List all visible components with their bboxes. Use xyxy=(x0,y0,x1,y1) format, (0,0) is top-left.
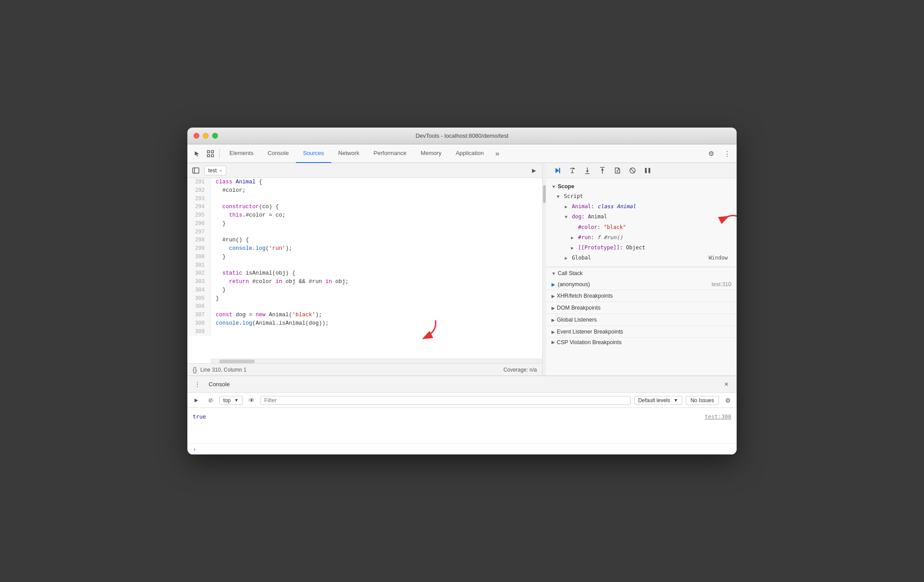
code-line-302: 302 static isAnimal(obj) { xyxy=(187,269,542,278)
more-tabs-button[interactable]: » xyxy=(492,150,503,158)
format-icon[interactable]: {} xyxy=(193,366,197,373)
titlebar: DevTools - localhost:8080/demo/test xyxy=(187,128,737,144)
global-value: Window xyxy=(709,254,731,262)
dog-properties: #color: "black" ▶ #run: f #run() ▶ [[Pro… xyxy=(563,222,731,253)
animal-arrow[interactable]: ▶ xyxy=(565,203,570,210)
code-line-296: 296 } xyxy=(187,220,542,228)
sources-sub-toolbar: test × ▶ xyxy=(187,163,542,178)
tab-application[interactable]: Application xyxy=(449,144,491,163)
inspect-icon[interactable] xyxy=(204,147,217,160)
tab-elements[interactable]: Elements xyxy=(222,144,260,163)
proto-entry[interactable]: ▶ [[Prototype]]: Object xyxy=(569,243,731,253)
console-block-icon[interactable]: ⊘ xyxy=(205,395,216,406)
horizontal-scrollbar[interactable] xyxy=(210,359,542,363)
script-scope-header[interactable]: ▼ Script xyxy=(557,191,731,202)
script-label: Script xyxy=(564,192,583,201)
event-breakpoints-header[interactable]: ▶ Event Listener Breakpoints xyxy=(546,326,737,338)
code-line-309: 309 xyxy=(187,328,542,336)
global-entry[interactable]: ▶ Global Window xyxy=(563,253,731,263)
console-eye-icon[interactable]: 👁 xyxy=(246,395,257,406)
svg-rect-1 xyxy=(207,155,210,157)
svg-rect-3 xyxy=(211,155,214,157)
file-tab-close[interactable]: × xyxy=(219,168,222,173)
xhr-breakpoints-header[interactable]: ▶ XHR/fetch Breakpoints xyxy=(546,290,737,302)
traffic-lights xyxy=(194,133,218,139)
console-close-button[interactable]: × xyxy=(721,379,732,390)
console-filter-bar: ▶ ⊘ top ▼ 👁 Default levels ▼ No Issues ⚙ xyxy=(187,393,737,408)
debugger-panel: ▼ Scope ▼ Script ▶ Animal: class Animal xyxy=(546,163,737,376)
default-levels-button[interactable]: Default levels ▼ xyxy=(634,396,682,405)
step-out-button[interactable] xyxy=(597,165,608,176)
resume-button[interactable] xyxy=(551,165,563,176)
step-over-button[interactable] xyxy=(567,165,578,176)
svg-rect-4 xyxy=(193,168,199,173)
minimize-button[interactable] xyxy=(203,133,209,139)
console-filter-input[interactable] xyxy=(260,396,631,405)
pause-on-exceptions-button[interactable] xyxy=(642,165,653,176)
code-line-306: 306 xyxy=(187,303,542,311)
callstack-header[interactable]: ▼ Call Stack xyxy=(546,267,737,279)
scope-tree: ▼ Script ▶ Animal: class Animal ▼ dog: A… xyxy=(551,191,731,263)
svg-line-22 xyxy=(630,168,635,173)
svg-rect-0 xyxy=(207,151,210,153)
tab-network[interactable]: Network xyxy=(331,144,367,163)
scope-header[interactable]: ▼ Scope xyxy=(551,182,731,191)
code-line-292: 292 #color; xyxy=(187,186,542,195)
proto-arrow[interactable]: ▶ xyxy=(571,244,576,252)
console-settings-icon[interactable]: ⚙ xyxy=(722,395,733,406)
coverage-status: Coverage: n/a xyxy=(504,367,537,373)
run-entry[interactable]: ▶ #run: f #run() xyxy=(569,233,731,243)
console-log-true: true test:308 xyxy=(187,411,737,422)
log-value: true xyxy=(193,413,206,420)
console-prompt[interactable]: › xyxy=(187,443,737,454)
code-editor[interactable]: 291 class Animal { 292 #color; 293 xyxy=(187,178,542,363)
animal-entry[interactable]: ▶ Animal: class Animal xyxy=(563,202,731,212)
play-icon[interactable]: ▶ xyxy=(529,166,539,175)
script-scope-content: ▶ Animal: class Animal ▼ dog: Animal xyxy=(557,202,731,263)
no-issues-button[interactable]: No Issues xyxy=(686,396,719,405)
file-tab[interactable]: test × xyxy=(204,166,226,175)
global-arrow[interactable]: ▶ xyxy=(565,255,570,262)
csp-breakpoints-header[interactable]: ▶ CSP Violation Breakpoints xyxy=(546,338,737,346)
tab-memory[interactable]: Memory xyxy=(414,144,449,163)
callstack-anonymous[interactable]: ▶ (anonymous) test:310 xyxy=(546,279,737,290)
code-line-299: 299 console.log('run'); xyxy=(187,244,542,253)
cursor-icon[interactable] xyxy=(191,147,203,160)
maximize-button[interactable] xyxy=(212,133,218,139)
step-into-button[interactable] xyxy=(582,165,593,176)
global-listeners-arrow: ▶ xyxy=(551,318,555,322)
sources-scrollbar-thumb xyxy=(543,185,546,203)
sub-toolbar-right: ▶ xyxy=(529,166,539,175)
dom-label: DOM Breakpoints xyxy=(557,305,601,311)
settings-icon[interactable]: ⚙ xyxy=(705,147,717,160)
code-line-293: 293 xyxy=(187,195,542,203)
sources-scrollbar[interactable] xyxy=(543,163,546,376)
more-options-icon[interactable]: ⋮ xyxy=(721,147,733,160)
deactivate-button[interactable] xyxy=(627,165,638,176)
close-button[interactable] xyxy=(194,133,199,139)
toolbar-divider xyxy=(219,149,220,159)
script-arrow[interactable]: ▼ xyxy=(557,193,562,200)
dom-breakpoints-header[interactable]: ▶ DOM Breakpoints xyxy=(546,302,737,314)
dog-arrow[interactable]: ▼ xyxy=(565,213,570,221)
debugger-toolbar xyxy=(546,163,737,178)
dom-arrow: ▶ xyxy=(551,306,555,310)
global-listeners-header[interactable]: ▶ Global Listeners xyxy=(546,314,737,326)
console-context-selector[interactable]: top ▼ xyxy=(219,396,243,405)
status-bar: {} Line 310, Column 1 Coverage: n/a xyxy=(187,363,542,376)
log-location[interactable]: test:308 xyxy=(705,413,731,420)
svg-marker-12 xyxy=(586,171,589,173)
dog-entry[interactable]: ▼ dog: Animal xyxy=(563,212,731,222)
tab-sources[interactable]: Sources xyxy=(296,144,331,163)
tab-console[interactable]: Console xyxy=(260,144,296,163)
code-line-300: 300 } xyxy=(187,253,542,261)
console-play-icon[interactable]: ▶ xyxy=(191,395,202,406)
code-line-307: 307 const dog = new Animal('black'); xyxy=(187,311,542,319)
toggle-sidebar-icon[interactable] xyxy=(191,166,201,175)
tab-performance[interactable]: Performance xyxy=(366,144,413,163)
console-menu-icon[interactable]: ⋮ xyxy=(192,379,202,390)
step-button[interactable] xyxy=(612,165,623,176)
run-arrow[interactable]: ▶ xyxy=(571,234,576,241)
xhr-label: XHR/fetch Breakpoints xyxy=(557,293,613,299)
svg-rect-24 xyxy=(648,168,650,173)
